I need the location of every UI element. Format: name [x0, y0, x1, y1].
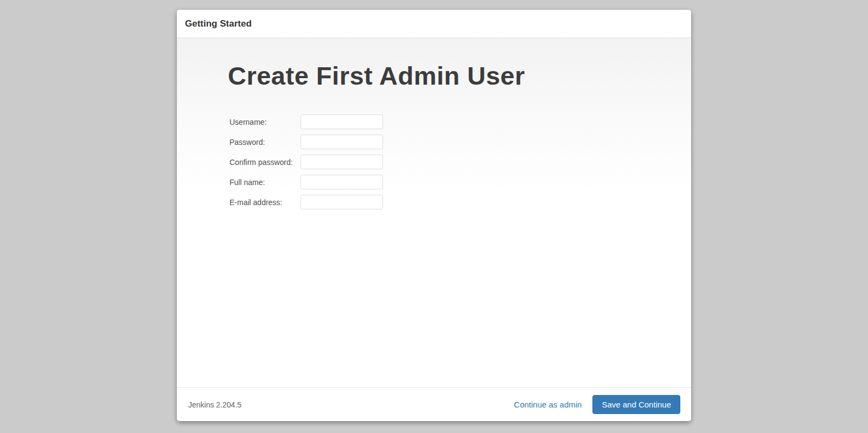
admin-user-form: Username: Password: Confirm password: Fu… [229, 109, 383, 215]
email-label: E-mail address: [229, 198, 282, 207]
email-input[interactable] [301, 195, 383, 209]
form-row-full-name: Full name: [229, 175, 383, 189]
dialog-header: Getting Started [177, 10, 691, 38]
form-row-username: Username: [229, 114, 383, 129]
page-title: Create First Admin User [228, 61, 669, 91]
form-row-password: Password: [229, 135, 383, 149]
confirm-password-input[interactable] [301, 155, 383, 169]
save-and-continue-button[interactable]: Save and Continue [592, 395, 680, 414]
getting-started-dialog: Getting Started Create First Admin User … [177, 10, 691, 421]
dialog-title: Getting Started [185, 18, 252, 29]
password-input[interactable] [301, 135, 383, 149]
form-row-email: E-mail address: [229, 195, 383, 209]
footer-actions: Continue as admin Save and Continue [514, 395, 680, 414]
username-input[interactable] [301, 114, 383, 129]
dialog-content: Create First Admin User Username: Passwo… [177, 38, 691, 387]
confirm-password-label: Confirm password: [229, 158, 293, 167]
dialog-footer: Jenkins 2.204.5 Continue as admin Save a… [177, 387, 691, 421]
username-label: Username: [229, 118, 266, 126]
continue-as-admin-link[interactable]: Continue as admin [514, 400, 582, 409]
jenkins-version-label: Jenkins 2.204.5 [188, 400, 241, 409]
full-name-input[interactable] [301, 175, 383, 189]
password-label: Password: [229, 138, 265, 147]
full-name-label: Full name: [229, 178, 265, 187]
form-row-confirm-password: Confirm password: [229, 155, 383, 169]
